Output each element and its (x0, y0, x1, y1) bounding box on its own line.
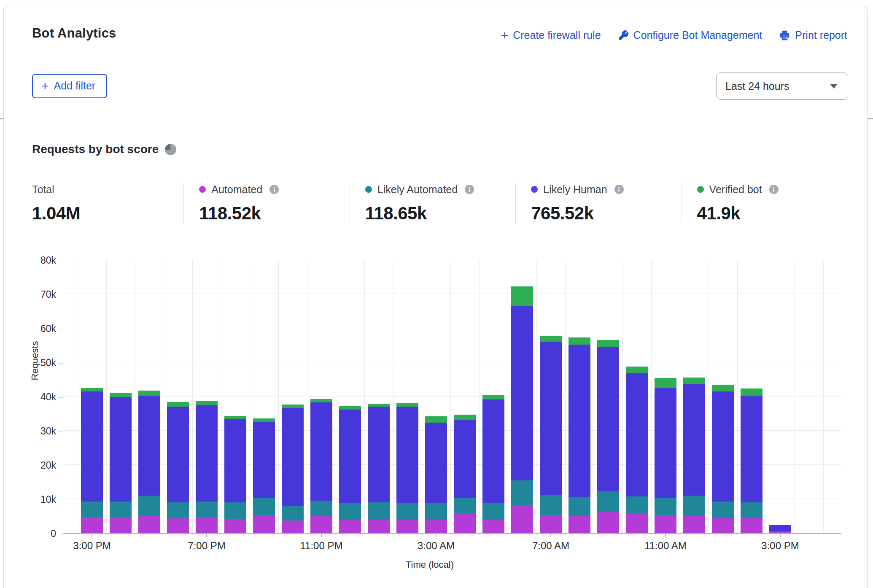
bar-600am-15[interactable] (511, 286, 533, 533)
likely-human-dot (531, 186, 538, 193)
bar-200am-11[interactable] (396, 403, 418, 533)
bar-800am-17[interactable] (569, 337, 590, 533)
segment-verified-bot (310, 399, 332, 402)
segment-automated (741, 518, 763, 534)
x-tick-mark (665, 534, 666, 537)
y-axis-labels: 010k20k30k40k50k60k70k80k (32, 261, 56, 534)
bar-200pm-23[interactable] (741, 388, 763, 533)
time-range-value: Last 24 hours (725, 80, 789, 92)
bar-800pm-5[interactable] (224, 416, 246, 533)
segment-likely-automated (569, 497, 590, 516)
bar-100am-10[interactable] (368, 404, 390, 533)
bar-300pm-0[interactable] (81, 388, 103, 533)
segment-likely-automated (282, 506, 304, 521)
info-icon[interactable]: i (269, 185, 279, 194)
bar-1100am-20[interactable] (655, 378, 676, 533)
y-tick-label: 10k (32, 494, 56, 505)
segment-likely-human (741, 396, 763, 503)
x-tick-label: 3:00 PM (46, 540, 138, 552)
stat-label: Total (32, 183, 54, 196)
segment-likely-automated (482, 503, 504, 520)
segment-likely-automated (368, 502, 390, 520)
stats-row: Total 1.04M Automated i 118.52k Likely A… (32, 183, 847, 224)
segment-automated (339, 520, 361, 533)
action-label: Configure Bot Management (633, 29, 763, 41)
segment-likely-automated (425, 503, 447, 520)
segment-automated (224, 519, 246, 533)
x-tick-label: 3:00 AM (390, 540, 482, 552)
bar-900pm-6[interactable] (253, 418, 275, 533)
segment-automated (138, 516, 160, 534)
stat-total: Total 1.04M (32, 183, 183, 224)
stat-likely-automated: Likely Automated i 118.65k (350, 183, 515, 224)
segment-likely-human (511, 306, 533, 480)
segment-likely-automated (167, 502, 189, 518)
segment-likely-automated (741, 502, 763, 518)
segment-verified-bot (167, 402, 189, 407)
x-tick-label: 3:00 PM (734, 540, 827, 552)
bar-1200pm-21[interactable] (683, 378, 705, 533)
configure-bot-management-link[interactable]: Configure Bot Management (618, 29, 763, 41)
action-label: Create firewall rule (513, 29, 601, 41)
bar-500am-14[interactable] (482, 395, 504, 533)
segment-automated (196, 518, 218, 533)
bar-700pm-4[interactable] (196, 401, 218, 533)
segment-verified-bot (597, 340, 619, 347)
segment-verified-bot (540, 336, 562, 342)
segment-likely-human (253, 422, 275, 498)
bar-1000am-19[interactable] (626, 367, 648, 533)
bar-400am-13[interactable] (454, 415, 476, 533)
x-tick-mark (436, 534, 436, 537)
bar-300pm-24[interactable] (769, 525, 791, 533)
bar-400pm-1[interactable] (110, 393, 132, 533)
segment-likely-human (655, 388, 676, 499)
segment-likely-automated (511, 480, 533, 505)
bar-700am-16[interactable] (540, 336, 562, 533)
y-tick-mark (59, 500, 63, 500)
segment-verified-bot (282, 405, 304, 408)
bar-500pm-2[interactable] (138, 391, 160, 533)
segment-likely-human (396, 407, 418, 503)
segment-automated (454, 514, 476, 533)
bar-1100pm-8[interactable] (310, 399, 332, 533)
info-icon[interactable]: i (465, 185, 474, 194)
info-icon[interactable]: i (614, 185, 624, 194)
stat-label: Automated (211, 183, 262, 196)
segment-automated (81, 517, 103, 533)
segment-verified-bot (396, 403, 418, 407)
print-report-link[interactable]: Print report (779, 29, 847, 41)
segment-likely-human (224, 419, 246, 502)
stat-value: 1.04M (32, 203, 183, 224)
segment-automated (511, 505, 533, 533)
x-tick-label: 7:00 PM (160, 540, 253, 552)
y-tick-mark (59, 295, 63, 295)
automated-dot (199, 186, 206, 193)
info-icon[interactable]: i (769, 185, 779, 194)
segment-automated (482, 520, 504, 533)
filter-row: + Add filter Last 24 hours (32, 73, 847, 100)
bar-1200am-9[interactable] (339, 406, 361, 533)
bar-300am-12[interactable] (425, 416, 447, 533)
printer-icon (779, 30, 790, 41)
time-range-select[interactable]: Last 24 hours (717, 73, 847, 100)
segment-likely-human (81, 391, 103, 502)
add-filter-label: Add filter (54, 80, 96, 92)
bar-100pm-22[interactable] (712, 385, 734, 533)
bar-600pm-3[interactable] (167, 402, 189, 533)
segment-likely-automated (454, 498, 476, 515)
segment-likely-automated (310, 501, 332, 516)
y-tick-label: 50k (32, 357, 56, 369)
stat-automated: Automated i 118.52k (183, 183, 349, 224)
x-tick-mark (780, 534, 781, 537)
segment-automated (368, 520, 390, 533)
create-firewall-rule-link[interactable]: + Create firewall rule (501, 29, 601, 41)
add-filter-button[interactable]: + Add filter (32, 74, 107, 98)
segment-verified-bot (655, 378, 676, 388)
y-tick-label: 20k (32, 460, 56, 471)
segment-automated (167, 518, 189, 533)
y-tick-mark (59, 397, 63, 398)
section-title-row: Requests by bot score (32, 143, 847, 156)
bar-1000pm-7[interactable] (282, 405, 304, 533)
bar-900am-18[interactable] (597, 340, 619, 533)
segment-verified-bot (511, 286, 533, 306)
